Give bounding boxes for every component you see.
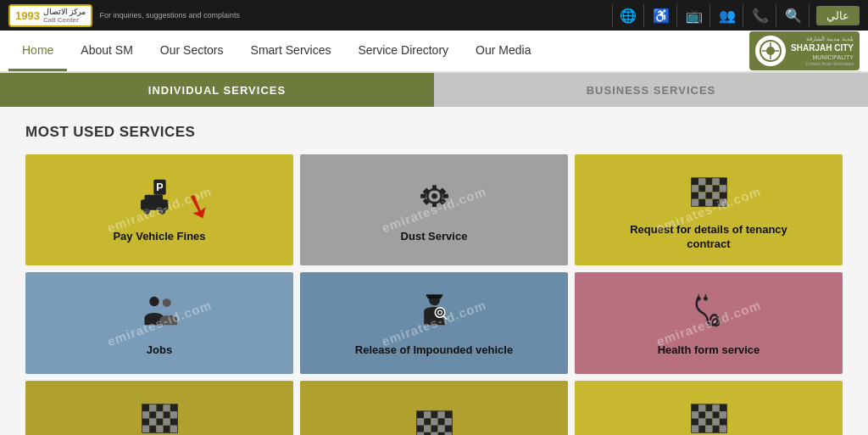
svg-point-7 xyxy=(159,209,164,215)
svg-rect-70 xyxy=(156,426,163,432)
svg-point-6 xyxy=(143,209,149,215)
service-card-health[interactable]: emirates-id.com Health form service xyxy=(575,272,843,374)
call-center-number: 1993 xyxy=(15,9,40,22)
svg-rect-72 xyxy=(170,426,176,432)
svg-rect-56 xyxy=(163,404,170,411)
svg-rect-59 xyxy=(149,411,156,418)
impounded-label: Release of Impounded vehicle xyxy=(355,343,513,358)
nav-media[interactable]: Our Media xyxy=(462,31,544,71)
health-label: Health form service xyxy=(658,343,760,358)
svg-point-48 xyxy=(696,297,700,301)
svg-rect-83 xyxy=(444,419,451,426)
svg-rect-102 xyxy=(705,411,712,418)
logo-emblem xyxy=(755,36,786,66)
building-pub-icon xyxy=(136,398,183,435)
svg-rect-63 xyxy=(142,418,149,425)
service-card-passport[interactable]: Request to exchange a passport xyxy=(300,381,568,435)
nav-about[interactable]: About SM xyxy=(67,31,146,71)
search-icon[interactable]: 🔍 xyxy=(778,4,810,27)
svg-rect-112 xyxy=(705,426,712,432)
call-center-title: Call Center xyxy=(43,16,86,24)
svg-rect-61 xyxy=(163,411,170,418)
top-bar-right: 🌐 ♿ 📺 👥 📞 🔍 عالي xyxy=(612,4,860,27)
tab-individual[interactable]: INDIVIDUAL SERVICES xyxy=(0,73,434,107)
svg-rect-22 xyxy=(712,178,719,185)
svg-rect-37 xyxy=(712,199,719,206)
svg-rect-13 xyxy=(442,194,448,198)
section-title: MOST USED SERVICES xyxy=(25,124,843,141)
users-icon[interactable]: 👥 xyxy=(712,4,743,27)
svg-rect-101 xyxy=(698,411,705,418)
service-card-pay-fines[interactable]: emirates-id.com P ➘ Pay Vehicle Fines xyxy=(25,154,293,265)
svg-rect-32 xyxy=(712,192,719,199)
health-icon xyxy=(686,292,732,335)
svg-rect-26 xyxy=(705,185,712,192)
svg-rect-11 xyxy=(432,202,437,208)
svg-rect-38 xyxy=(719,199,726,206)
svg-rect-58 xyxy=(142,411,149,418)
svg-rect-107 xyxy=(705,418,712,425)
nav-sectors[interactable]: Our Sectors xyxy=(147,31,237,71)
svg-rect-85 xyxy=(424,426,431,432)
passport-icon xyxy=(411,404,458,435)
svg-rect-67 xyxy=(170,418,176,425)
svg-rect-66 xyxy=(163,418,170,425)
tenancy-label: Request for details of tenancy contract xyxy=(615,223,802,252)
svg-point-39 xyxy=(149,297,159,306)
svg-rect-79 xyxy=(417,419,424,426)
svg-rect-20 xyxy=(698,178,705,185)
nav-links: Home About SM Our Sectors Smart Services… xyxy=(8,31,544,71)
svg-rect-74 xyxy=(417,411,424,418)
svg-rect-27 xyxy=(712,185,719,192)
svg-rect-69 xyxy=(149,426,156,432)
top-icons: 🌐 ♿ 📺 👥 📞 🔍 xyxy=(612,4,810,27)
service-card-jobs[interactable]: emirates-id.com Jobs xyxy=(25,272,293,374)
svg-rect-110 xyxy=(692,426,698,432)
logo-text: بلدية مدينة الشارقة SHARJAH CITY MUNICIP… xyxy=(791,35,854,68)
svg-rect-87 xyxy=(437,426,444,432)
service-card-dust[interactable]: emirates-id.com Dust Service xyxy=(300,154,568,265)
translate-icon[interactable]: 🌐 xyxy=(612,4,644,27)
svg-rect-103 xyxy=(712,411,719,418)
logo-en: SHARJAH CITY xyxy=(791,42,854,53)
svg-rect-76 xyxy=(431,411,437,418)
svg-point-40 xyxy=(162,298,170,307)
service-card-impounded[interactable]: emirates-id.com Release of Impounded veh… xyxy=(300,272,568,374)
svg-rect-35 xyxy=(698,199,705,206)
svg-rect-28 xyxy=(719,185,726,192)
services-grid: emirates-id.com P ➘ Pay Vehicle Fines em xyxy=(25,154,843,435)
nav-home[interactable]: Home xyxy=(8,31,67,71)
call-center-badge: 1993 مركز الاتصال Call Center xyxy=(8,4,92,27)
service-tabs: INDIVIDUAL SERVICES BUSINESS SERVICES xyxy=(0,73,868,107)
dust-label: Dust Service xyxy=(401,230,468,244)
svg-rect-62 xyxy=(170,411,176,418)
logo-arabic: بلدية مدينة الشارقة xyxy=(791,35,854,42)
pay-fines-label: Pay Vehicle Fines xyxy=(113,230,205,244)
svg-rect-86 xyxy=(431,426,437,432)
svg-rect-65 xyxy=(156,418,163,425)
svg-rect-113 xyxy=(712,426,719,432)
logo-inner: بلدية مدينة الشارقة SHARJAH CITY MUNICIP… xyxy=(755,35,854,68)
svg-rect-68 xyxy=(142,426,149,432)
nav-directory[interactable]: Service Directory xyxy=(344,31,462,71)
service-card-publication[interactable]: Publication advertisement request for la… xyxy=(25,381,293,435)
nav-smart[interactable]: Smart Services xyxy=(237,31,345,71)
svg-rect-21 xyxy=(705,178,712,185)
svg-rect-108 xyxy=(712,418,719,425)
phone-icon[interactable]: 📞 xyxy=(745,4,776,27)
service-card-tenancy[interactable]: emirates-id.com xyxy=(575,154,843,265)
svg-rect-99 xyxy=(719,404,726,411)
svg-rect-54 xyxy=(149,404,156,411)
svg-rect-43 xyxy=(426,294,442,296)
svg-rect-57 xyxy=(170,404,176,411)
call-center-arabic: مركز الاتصال xyxy=(43,8,86,16)
video-icon[interactable]: 📺 xyxy=(679,4,710,27)
svg-rect-95 xyxy=(692,404,698,411)
service-card-lawsuit[interactable]: A request for the final settlement of th… xyxy=(575,381,843,435)
accessibility-icon[interactable]: ♿ xyxy=(646,4,677,27)
svg-rect-77 xyxy=(437,411,444,418)
svg-rect-25 xyxy=(698,185,705,192)
svg-rect-53 xyxy=(142,404,149,411)
tab-business[interactable]: BUSINESS SERVICES xyxy=(434,73,868,107)
lang-button[interactable]: عالي xyxy=(816,6,860,25)
